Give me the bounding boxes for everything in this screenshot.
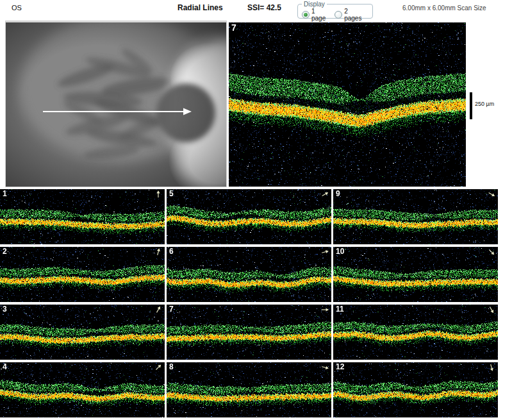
radio-1-page-label: 1 page [311,8,329,22]
thumbnail-scan-12[interactable]: 12 [333,362,498,417]
scale-bar-label: 250 µm [475,101,494,107]
scan-direction-arrow-icon [154,364,162,371]
scan-direction-arrow-icon [321,248,329,256]
oct-radial-lines-screen: { "header": { "eye": "OS", "title": "Rad… [0,0,512,420]
thumbnail-scan-image [0,362,165,417]
thumbnail-scan-3[interactable]: 3 [0,305,165,360]
fundus-photo [6,21,226,187]
thumbnail-number-label: 11 [336,305,344,314]
display-groupbox: Display 1 page 2 pages [297,1,373,19]
scan-direction-arrow-icon [154,248,162,256]
thumbnail-number-label: 4 [3,362,7,372]
scan-direction-arrow-icon [488,364,495,371]
thumbnail-scan-image [333,362,498,417]
scan-direction-arrow-icon [321,306,329,314]
thumbnail-scan-image [0,305,165,360]
thumbnail-scan-image [0,189,165,244]
thumbnail-number-label: 1 [3,189,7,199]
thumbnail-scan-5[interactable]: 5 [167,189,331,244]
scale-bar [470,92,472,119]
scan-direction-arrow-icon [488,248,495,256]
thumbnail-number-label: 9 [336,189,340,199]
thumbnail-number-label: 8 [169,362,174,372]
thumbnail-scan-image [167,189,331,244]
thumbnail-number-label: 10 [336,247,344,256]
radio-2-pages-dot[interactable] [334,11,342,19]
scan-direction-arrow-icon [154,190,162,198]
radio-2-pages-label: 2 pages [344,8,365,22]
main-oct-scan: 7 [229,22,466,187]
scan-direction-arrow-icon [321,190,329,198]
thumbnail-number-label: 2 [3,247,7,256]
scan-direction-arrow-icon [488,306,495,314]
radio-2-pages[interactable]: 2 pages [334,8,365,22]
scan-size-label: 6.00mm x 6.00mm Scan Size [402,4,486,12]
radio-1-page[interactable]: 1 page [302,8,329,22]
thumbnail-scan-image [167,305,331,360]
thumbnail-scan-2[interactable]: 2 [0,247,165,302]
thumbnail-number-label: 3 [3,305,7,314]
thumbnail-scan-8[interactable]: 8 [167,362,331,417]
thumbnail-number-label: 12 [336,362,344,372]
scan-direction-arrow-icon [488,190,495,198]
main-scan-number-label: 7 [231,22,236,33]
thumbnail-number-label: 6 [169,247,174,256]
scan-direction-arrow-icon [154,306,162,314]
display-group-label: Display [302,1,327,8]
thumbnail-scan-image [333,247,498,302]
thumbnail-scan-image [167,247,331,302]
thumbnail-scan-image [333,305,498,360]
thumbnail-scan-1[interactable]: 1 [0,189,165,244]
thumbnail-scan-6[interactable]: 6 [167,247,331,302]
page-title: Radial Lines [178,3,223,12]
thumbnail-scan-image [333,189,498,244]
ssi-value-label: SSI= 42.5 [247,3,281,12]
eye-label: OS [12,4,22,12]
thumbnail-scan-10[interactable]: 10 [333,247,498,302]
scan-direction-arrow-icon [321,364,329,371]
thumbnail-scan-7[interactable]: 7 [167,305,331,360]
thumbnail-number-label: 5 [169,189,174,199]
radio-1-page-dot[interactable] [302,11,310,19]
thumbnail-scan-9[interactable]: 9 [333,189,498,244]
thumbnail-number-label: 7 [169,305,174,314]
thumbnail-scan-image [167,362,331,417]
thumbnail-scan-11[interactable]: 11 [333,305,498,360]
main-oct-scan-image [229,22,466,187]
thumbnail-scan-4[interactable]: 4 [0,362,165,417]
thumbnail-scan-image [0,247,165,302]
fundus-image [5,21,227,187]
